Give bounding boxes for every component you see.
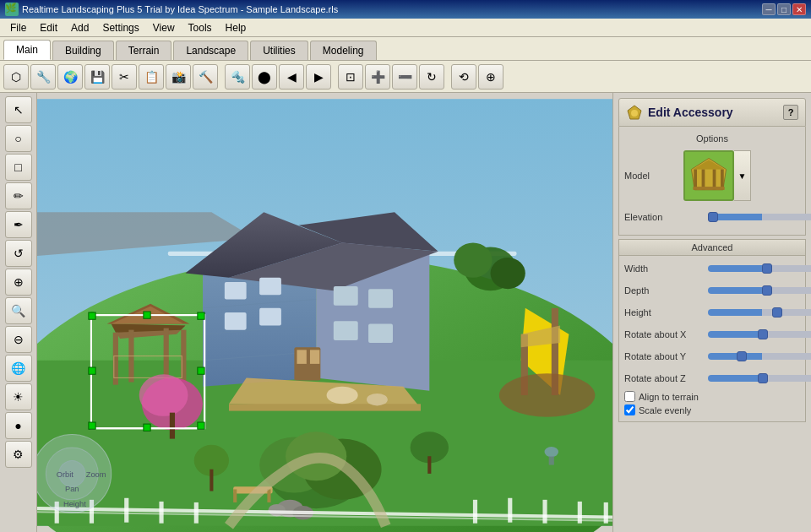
svg-point-92 — [545, 447, 559, 457]
scale-evenly-label: Scale evenly — [639, 405, 691, 415]
svg-rect-49 — [170, 413, 175, 439]
toolbar-btn-16[interactable]: ⟲ — [451, 64, 476, 90]
sidebar-btn-10[interactable]: ☀ — [5, 383, 32, 410]
svg-rect-16 — [259, 308, 281, 326]
toolbar-btn-5[interactable]: 📋 — [139, 64, 164, 90]
left-sidebar: ↖○□✏✒↺⊕🔍⊖🌐☀●⚙ — [0, 93, 37, 532]
sidebar-btn-3[interactable]: ✏ — [5, 182, 32, 209]
align-terrain-row: Align to terrain — [624, 391, 800, 402]
toolbar-btn-8[interactable]: 🔩 — [225, 64, 250, 90]
menu-item-tools[interactable]: Tools — [182, 20, 219, 35]
menubar: FileEditAddSettingsViewToolsHelp — [0, 19, 811, 37]
svg-rect-13 — [225, 282, 247, 300]
svg-rect-22 — [297, 350, 306, 364]
menu-item-help[interactable]: Help — [219, 20, 253, 35]
menu-item-file[interactable]: File — [3, 20, 33, 35]
sidebar-btn-4[interactable]: ✒ — [5, 211, 32, 238]
height-slider[interactable] — [708, 309, 811, 316]
toolbar-btn-14[interactable]: ➖ — [392, 64, 417, 90]
tab-modeling[interactable]: Modeling — [310, 41, 377, 60]
sidebar-btn-11[interactable]: ● — [5, 412, 32, 439]
height-row: Height 21'-8" — [624, 303, 800, 322]
model-label: Model — [624, 171, 683, 181]
rotate-z-slider[interactable] — [708, 375, 811, 382]
svg-rect-81 — [198, 422, 204, 429]
tab-landscape[interactable]: Landscape — [173, 41, 248, 60]
sidebar-btn-1[interactable]: ○ — [5, 125, 32, 152]
toolbar-btn-17[interactable]: ⊕ — [478, 64, 503, 90]
model-dropdown-button[interactable]: ▼ — [734, 150, 751, 201]
toolbar-btn-15[interactable]: ↻ — [419, 64, 444, 90]
toolbar-btn-7[interactable]: 🔨 — [193, 64, 218, 90]
accessory-icon — [626, 104, 643, 121]
toolbar-btn-11[interactable]: ▶ — [306, 64, 331, 90]
window-controls[interactable]: ─ □ ✕ — [762, 3, 806, 15]
menu-item-edit[interactable]: Edit — [33, 20, 64, 35]
rotate-y-label: Rotate about Y — [624, 351, 705, 361]
panel-title: Edit Accessory — [648, 106, 783, 119]
toolbar-btn-4[interactable]: ✂ — [112, 64, 137, 90]
tab-terrain[interactable]: Terrain — [116, 41, 172, 60]
menu-item-add[interactable]: Add — [64, 20, 95, 35]
svg-rect-72 — [508, 498, 512, 523]
right-panel: Edit Accessory ? Options Model — [612, 93, 811, 532]
toolbar-btn-13[interactable]: ➕ — [365, 64, 390, 90]
svg-text:Zoom: Zoom — [86, 470, 106, 479]
help-button[interactable]: ? — [783, 105, 798, 120]
toolbar-btn-3[interactable]: 💾 — [84, 64, 110, 90]
rotate-y-row: Rotate about Y -75° — [624, 347, 800, 366]
depth-slider[interactable] — [708, 287, 811, 294]
rotate-y-slider[interactable] — [708, 353, 811, 360]
svg-point-60 — [268, 504, 286, 516]
sidebar-btn-9[interactable]: 🌐 — [5, 355, 32, 382]
menu-item-view[interactable]: View — [146, 20, 182, 35]
model-preview[interactable] — [683, 150, 734, 201]
elevation-label: Elevation — [624, 212, 705, 222]
viewport[interactable]: Orbit Pan Zoom Height — [37, 93, 612, 532]
toolbar-btn-0[interactable]: ⬡ — [3, 64, 29, 90]
depth-label: Depth — [624, 285, 705, 296]
svg-point-45 — [454, 242, 492, 277]
sidebar-btn-7[interactable]: 🔍 — [5, 297, 32, 324]
svg-rect-69 — [159, 502, 163, 524]
tab-building[interactable]: Building — [52, 41, 114, 60]
rotate-z-label: Rotate about Z — [624, 373, 705, 383]
svg-point-26 — [327, 387, 358, 404]
sidebar-btn-2[interactable]: □ — [5, 154, 32, 181]
minimize-button[interactable]: ─ — [762, 3, 776, 15]
svg-text:Height: Height — [63, 500, 86, 508]
scale-evenly-checkbox[interactable] — [624, 404, 635, 415]
rotate-x-label: Rotate about X — [624, 329, 705, 339]
sidebar-btn-6[interactable]: ⊕ — [5, 269, 32, 296]
menu-item-settings[interactable]: Settings — [95, 20, 145, 35]
advanced-label: Advanced — [692, 242, 733, 252]
align-terrain-label: Align to terrain — [639, 392, 699, 402]
tab-main[interactable]: Main — [3, 40, 51, 60]
svg-rect-19 — [334, 321, 358, 340]
toolbar-btn-10[interactable]: ◀ — [279, 64, 304, 90]
svg-rect-17 — [334, 286, 358, 306]
svg-rect-71 — [473, 500, 477, 524]
width-slider[interactable] — [708, 265, 811, 272]
svg-rect-18 — [368, 289, 393, 308]
model-row: Model — [624, 150, 800, 201]
options-label: Options — [624, 132, 800, 145]
main-content: ↖○□✏✒↺⊕🔍⊖🌐☀●⚙ — [0, 93, 811, 532]
sidebar-btn-5[interactable]: ↺ — [5, 240, 32, 267]
toolbar-btn-12[interactable]: ⊡ — [338, 64, 363, 90]
toolbar-btn-9[interactable]: ⬤ — [252, 64, 277, 90]
width-label: Width — [624, 263, 705, 274]
sidebar-btn-8[interactable]: ⊖ — [5, 326, 32, 353]
sidebar-btn-0[interactable]: ↖ — [5, 96, 32, 123]
svg-rect-82 — [144, 424, 150, 431]
toolbar-btn-6[interactable]: 📸 — [166, 64, 191, 90]
elevation-slider[interactable] — [708, 214, 811, 220]
toolbar-btn-1[interactable]: 🔧 — [30, 64, 56, 90]
tab-utilities[interactable]: Utilities — [250, 41, 308, 60]
close-button[interactable]: ✕ — [792, 3, 806, 15]
maximize-button[interactable]: □ — [777, 3, 791, 15]
align-terrain-checkbox[interactable] — [624, 391, 635, 402]
rotate-x-slider[interactable] — [708, 331, 811, 338]
toolbar-btn-2[interactable]: 🌍 — [57, 64, 83, 90]
sidebar-btn-12[interactable]: ⚙ — [5, 441, 32, 468]
